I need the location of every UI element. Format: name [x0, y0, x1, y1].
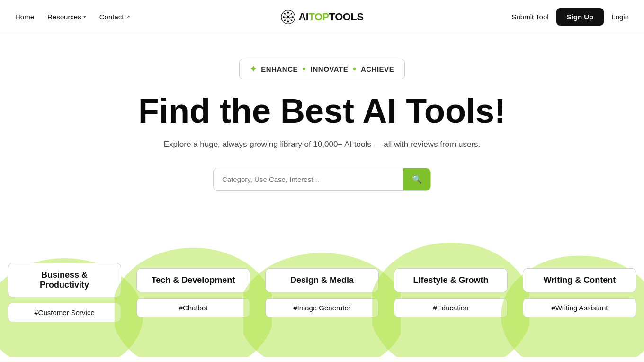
svg-line-15 — [288, 13, 291, 17]
svg-line-14 — [285, 13, 288, 17]
blob-bg-2 — [115, 229, 272, 357]
hashtag-btn-writing-assistant[interactable]: #Writing Assistant — [523, 298, 636, 317]
external-link-icon: ↗ — [125, 14, 130, 20]
badge-enhance: ENHANCE — [261, 65, 298, 73]
badge-innovate: INNOVATE — [311, 65, 348, 73]
category-btn-design[interactable]: Design & Media — [265, 268, 379, 292]
login-link[interactable]: Login — [611, 13, 629, 21]
hero-subtitle: Explore a huge, always-growing library o… — [164, 138, 481, 151]
category-col-3: Design & Media #Image Generator — [258, 229, 386, 357]
star-icon: ✦ — [250, 64, 257, 73]
hero-title: Find the Best AI Tools! — [138, 92, 506, 130]
svg-line-16 — [285, 17, 288, 20]
blob-bg-3 — [243, 229, 401, 357]
category-btn-writing[interactable]: Writing & Content — [523, 268, 636, 292]
hashtag-btn-customer-service[interactable]: #Customer Service — [8, 303, 121, 322]
nav-right: Submit Tool Sign Up Login — [512, 8, 629, 26]
svg-line-17 — [288, 17, 291, 20]
hashtag-btn-education[interactable]: #Education — [394, 298, 508, 317]
category-btn-tech[interactable]: Tech & Development — [136, 268, 250, 292]
nav-contact[interactable]: Contact ↗ — [99, 13, 131, 21]
logo-text: AITOPTOOLS — [298, 11, 363, 23]
nav-left: Home Resources ▾ Contact ↗ — [15, 13, 130, 21]
category-col-5: Writing & Content #Writing Assistant — [515, 229, 644, 357]
category-col-1: Business & Productivity #Customer Servic… — [0, 229, 129, 357]
logo-tools-part: TOOLS — [329, 11, 364, 23]
enhance-badge: ✦ ENHANCE • INNOVATE • ACHIEVE — [239, 59, 405, 79]
blob-bg-5 — [501, 229, 644, 357]
hero-section: ✦ ENHANCE • INNOVATE • ACHIEVE Find the … — [0, 34, 644, 229]
badge-achieve: ACHIEVE — [361, 65, 394, 73]
search-bar: 🔍 — [213, 168, 431, 191]
hashtag-btn-image-generator[interactable]: #Image Generator — [265, 298, 379, 317]
category-col-2: Tech & Development #Chatbot — [129, 229, 258, 357]
logo-ai-part: AI — [298, 11, 308, 23]
category-btn-lifestyle[interactable]: Lifestyle & Growth — [394, 268, 508, 292]
category-btn-business[interactable]: Business & Productivity — [8, 263, 121, 297]
logo-top-part: TOP — [308, 11, 329, 23]
dot-1: • — [303, 64, 306, 74]
nav-home[interactable]: Home — [15, 13, 34, 21]
logo-icon — [280, 9, 295, 25]
logo[interactable]: AITOPTOOLS — [280, 9, 363, 25]
search-icon: 🔍 — [412, 174, 422, 184]
nav-resources[interactable]: Resources ▾ — [47, 13, 86, 21]
blob-bg-4 — [372, 229, 529, 357]
category-row: Business & Productivity #Customer Servic… — [0, 229, 644, 357]
submit-tool-link[interactable]: Submit Tool — [512, 13, 549, 21]
signup-button[interactable]: Sign Up — [556, 8, 604, 26]
search-button[interactable]: 🔍 — [403, 168, 430, 190]
category-col-4: Lifestyle & Growth #Education — [386, 229, 515, 357]
hashtag-btn-chatbot[interactable]: #Chatbot — [136, 298, 250, 317]
search-input[interactable] — [214, 169, 403, 190]
dot-2: • — [353, 64, 356, 74]
chevron-down-icon: ▾ — [83, 14, 86, 20]
navbar: Home Resources ▾ Contact ↗ — [0, 0, 644, 34]
categories-section: Business & Productivity #Customer Servic… — [0, 229, 644, 357]
